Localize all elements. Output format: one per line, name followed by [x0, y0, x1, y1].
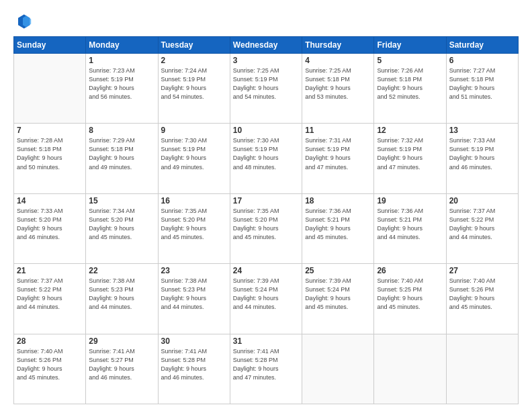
day-info: Sunrise: 7:34 AM Sunset: 5:20 PM Dayligh…: [89, 207, 154, 242]
day-info: Sunrise: 7:41 AM Sunset: 5:28 PM Dayligh…: [233, 347, 299, 382]
day-info: Sunrise: 7:33 AM Sunset: 5:20 PM Dayligh…: [17, 207, 83, 242]
day-info: Sunrise: 7:32 AM Sunset: 5:19 PM Dayligh…: [377, 136, 443, 171]
day-info: Sunrise: 7:37 AM Sunset: 5:22 PM Dayligh…: [17, 277, 83, 312]
weekday-header-saturday: Saturday: [446, 37, 518, 54]
calendar-cell: 30Sunrise: 7:41 AM Sunset: 5:28 PM Dayli…: [158, 334, 230, 404]
weekday-header-thursday: Thursday: [302, 37, 374, 54]
calendar-cell: 17Sunrise: 7:35 AM Sunset: 5:20 PM Dayli…: [230, 193, 302, 263]
day-info: Sunrise: 7:39 AM Sunset: 5:24 PM Dayligh…: [305, 277, 371, 312]
calendar-cell: 23Sunrise: 7:38 AM Sunset: 5:23 PM Dayli…: [158, 264, 230, 334]
day-info: Sunrise: 7:28 AM Sunset: 5:18 PM Dayligh…: [17, 136, 83, 171]
calendar-cell: [374, 334, 446, 404]
calendar-week-row: 21Sunrise: 7:37 AM Sunset: 5:22 PM Dayli…: [14, 264, 519, 334]
day-info: Sunrise: 7:33 AM Sunset: 5:19 PM Dayligh…: [449, 136, 515, 171]
day-info: Sunrise: 7:31 AM Sunset: 5:19 PM Dayligh…: [305, 136, 371, 171]
day-number: 8: [89, 126, 154, 135]
day-info: Sunrise: 7:39 AM Sunset: 5:24 PM Dayligh…: [233, 277, 299, 312]
calendar-week-row: 14Sunrise: 7:33 AM Sunset: 5:20 PM Dayli…: [14, 193, 519, 263]
day-number: 28: [17, 336, 83, 346]
weekday-header-row: SundayMondayTuesdayWednesdayThursdayFrid…: [14, 37, 519, 54]
day-info: Sunrise: 7:26 AM Sunset: 5:18 PM Dayligh…: [377, 66, 443, 101]
calendar-cell: 9Sunrise: 7:30 AM Sunset: 5:19 PM Daylig…: [158, 124, 230, 193]
weekday-header-monday: Monday: [86, 37, 158, 54]
calendar-cell: 5Sunrise: 7:26 AM Sunset: 5:18 PM Daylig…: [374, 54, 446, 124]
calendar-week-row: 1Sunrise: 7:23 AM Sunset: 5:19 PM Daylig…: [14, 54, 519, 124]
calendar-cell: 7Sunrise: 7:28 AM Sunset: 5:18 PM Daylig…: [14, 124, 86, 193]
page: SundayMondayTuesdayWednesdayThursdayFrid…: [0, 0, 532, 411]
day-info: Sunrise: 7:23 AM Sunset: 5:19 PM Dayligh…: [89, 66, 154, 101]
calendar-cell: [302, 334, 374, 404]
day-number: 30: [161, 336, 227, 346]
day-info: Sunrise: 7:25 AM Sunset: 5:19 PM Dayligh…: [233, 66, 299, 101]
calendar-cell: 3Sunrise: 7:25 AM Sunset: 5:19 PM Daylig…: [230, 54, 302, 124]
day-info: Sunrise: 7:27 AM Sunset: 5:18 PM Dayligh…: [449, 66, 515, 101]
logo-icon: [13, 12, 32, 31]
calendar-cell: 31Sunrise: 7:41 AM Sunset: 5:28 PM Dayli…: [230, 334, 302, 404]
day-number: 10: [233, 126, 299, 135]
calendar-week-row: 28Sunrise: 7:40 AM Sunset: 5:26 PM Dayli…: [14, 334, 519, 404]
day-number: 23: [161, 266, 227, 275]
day-info: Sunrise: 7:30 AM Sunset: 5:19 PM Dayligh…: [161, 136, 227, 171]
day-number: 20: [449, 196, 515, 205]
weekday-header-tuesday: Tuesday: [158, 37, 230, 54]
weekday-header-wednesday: Wednesday: [230, 37, 302, 54]
day-number: 16: [161, 196, 227, 205]
calendar-cell: 27Sunrise: 7:40 AM Sunset: 5:26 PM Dayli…: [446, 264, 518, 334]
calendar-cell: 28Sunrise: 7:40 AM Sunset: 5:26 PM Dayli…: [14, 334, 86, 404]
day-number: 24: [233, 266, 299, 275]
day-number: 7: [17, 126, 83, 135]
day-number: 17: [233, 196, 299, 205]
calendar-cell: 11Sunrise: 7:31 AM Sunset: 5:19 PM Dayli…: [302, 124, 374, 193]
day-number: 27: [449, 266, 515, 275]
calendar-cell: 2Sunrise: 7:24 AM Sunset: 5:19 PM Daylig…: [158, 54, 230, 124]
day-info: Sunrise: 7:40 AM Sunset: 5:25 PM Dayligh…: [377, 277, 443, 312]
calendar-cell: 20Sunrise: 7:37 AM Sunset: 5:22 PM Dayli…: [446, 193, 518, 263]
day-info: Sunrise: 7:38 AM Sunset: 5:23 PM Dayligh…: [161, 277, 227, 312]
day-number: 14: [17, 196, 83, 205]
calendar-cell: 14Sunrise: 7:33 AM Sunset: 5:20 PM Dayli…: [14, 193, 86, 263]
weekday-header-sunday: Sunday: [14, 37, 86, 54]
day-number: 6: [449, 56, 515, 65]
calendar-cell: [14, 54, 86, 124]
weekday-header-friday: Friday: [374, 37, 446, 54]
day-number: 5: [377, 56, 443, 65]
day-number: 4: [305, 56, 371, 65]
calendar-cell: 16Sunrise: 7:35 AM Sunset: 5:20 PM Dayli…: [158, 193, 230, 263]
day-number: 25: [305, 266, 371, 275]
calendar-week-row: 7Sunrise: 7:28 AM Sunset: 5:18 PM Daylig…: [14, 124, 519, 193]
day-number: 22: [89, 266, 154, 275]
calendar-cell: 21Sunrise: 7:37 AM Sunset: 5:22 PM Dayli…: [14, 264, 86, 334]
day-number: 9: [161, 126, 227, 135]
calendar-cell: 4Sunrise: 7:25 AM Sunset: 5:18 PM Daylig…: [302, 54, 374, 124]
calendar-cell: 25Sunrise: 7:39 AM Sunset: 5:24 PM Dayli…: [302, 264, 374, 334]
day-number: 3: [233, 56, 299, 65]
day-number: 2: [161, 56, 227, 65]
svg-marker-1: [23, 15, 31, 28]
calendar-cell: 15Sunrise: 7:34 AM Sunset: 5:20 PM Dayli…: [86, 193, 158, 263]
day-info: Sunrise: 7:24 AM Sunset: 5:19 PM Dayligh…: [161, 66, 227, 101]
day-number: 31: [233, 336, 299, 346]
day-number: 29: [89, 336, 154, 346]
day-info: Sunrise: 7:40 AM Sunset: 5:26 PM Dayligh…: [449, 277, 515, 312]
day-info: Sunrise: 7:38 AM Sunset: 5:23 PM Dayligh…: [89, 277, 154, 312]
day-number: 12: [377, 126, 443, 135]
day-info: Sunrise: 7:35 AM Sunset: 5:20 PM Dayligh…: [161, 207, 227, 242]
calendar-cell: 1Sunrise: 7:23 AM Sunset: 5:19 PM Daylig…: [86, 54, 158, 124]
calendar-cell: 6Sunrise: 7:27 AM Sunset: 5:18 PM Daylig…: [446, 54, 518, 124]
day-info: Sunrise: 7:36 AM Sunset: 5:21 PM Dayligh…: [305, 207, 371, 242]
calendar-cell: 13Sunrise: 7:33 AM Sunset: 5:19 PM Dayli…: [446, 124, 518, 193]
day-info: Sunrise: 7:30 AM Sunset: 5:19 PM Dayligh…: [233, 136, 299, 171]
calendar-cell: [446, 334, 518, 404]
day-info: Sunrise: 7:29 AM Sunset: 5:18 PM Dayligh…: [89, 136, 154, 171]
day-info: Sunrise: 7:41 AM Sunset: 5:27 PM Dayligh…: [89, 347, 154, 382]
calendar-cell: 24Sunrise: 7:39 AM Sunset: 5:24 PM Dayli…: [230, 264, 302, 334]
calendar-cell: 22Sunrise: 7:38 AM Sunset: 5:23 PM Dayli…: [86, 264, 158, 334]
day-number: 13: [449, 126, 515, 135]
day-info: Sunrise: 7:37 AM Sunset: 5:22 PM Dayligh…: [449, 207, 515, 242]
calendar-table: SundayMondayTuesdayWednesdayThursdayFrid…: [13, 36, 519, 404]
calendar-cell: 10Sunrise: 7:30 AM Sunset: 5:19 PM Dayli…: [230, 124, 302, 193]
calendar-cell: 18Sunrise: 7:36 AM Sunset: 5:21 PM Dayli…: [302, 193, 374, 263]
calendar-cell: 26Sunrise: 7:40 AM Sunset: 5:25 PM Dayli…: [374, 264, 446, 334]
header: [13, 12, 519, 31]
day-number: 18: [305, 196, 371, 205]
